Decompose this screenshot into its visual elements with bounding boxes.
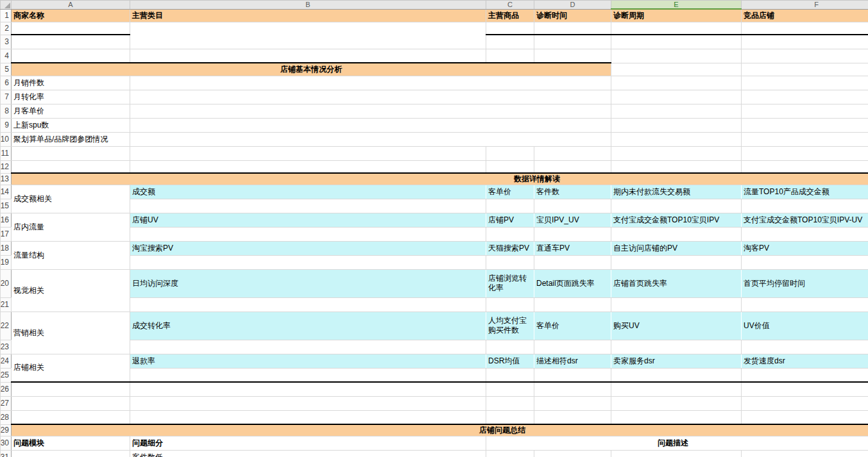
section-title-summary[interactable]: 店铺问题总结: [12, 424, 868, 436]
cell-b18[interactable]: 淘宝搜索PV: [130, 241, 486, 255]
cell-e24[interactable]: 卖家服务dsr: [611, 354, 742, 368]
cell-e1-diagnosis-period[interactable]: 诊断周期: [611, 9, 742, 22]
row-header-9[interactable]: 9: [1, 118, 12, 132]
cell-e9[interactable]: [611, 118, 742, 132]
cell-c4[interactable]: [486, 49, 534, 63]
cell-b21[interactable]: [130, 297, 486, 312]
col-header-b[interactable]: B: [130, 1, 486, 10]
cell-f15[interactable]: [742, 199, 868, 213]
cell-b9-input[interactable]: [130, 118, 611, 132]
cell-c2[interactable]: [486, 22, 534, 35]
cell-a12[interactable]: [12, 160, 130, 173]
cell-a11[interactable]: [12, 146, 130, 160]
cell-b27[interactable]: [130, 396, 486, 410]
cell-d25[interactable]: [534, 368, 611, 382]
cell-a8-monthly-avg-order[interactable]: 月客单价: [12, 104, 130, 118]
cell-d2[interactable]: [534, 22, 611, 35]
row-header-7[interactable]: 7: [1, 90, 12, 104]
cell-a20-group-visual[interactable]: 视觉相关: [12, 269, 130, 312]
cell-e18[interactable]: 自主访问店铺的PV: [611, 241, 742, 255]
cell-f28[interactable]: [742, 410, 868, 424]
cell-a2[interactable]: [12, 22, 130, 35]
row-header-29[interactable]: 29: [1, 424, 12, 436]
cell-e5[interactable]: [611, 63, 742, 76]
row-header-12[interactable]: 12: [1, 160, 12, 173]
cell-b4[interactable]: [130, 49, 486, 63]
cell-f14[interactable]: 流量TOP10产品成交金额: [742, 185, 868, 199]
cell-d18[interactable]: 直通车PV: [534, 241, 611, 255]
cell-b23[interactable]: [130, 340, 486, 354]
cell-c18[interactable]: 天猫搜索PV: [486, 241, 534, 255]
row-header-11[interactable]: 11: [1, 146, 12, 160]
cell-a28[interactable]: [12, 410, 130, 424]
cell-d27[interactable]: [534, 396, 611, 410]
row-header-13[interactable]: 13: [1, 173, 12, 185]
cell-c27[interactable]: [486, 396, 534, 410]
cell-c1-main-product[interactable]: 主营商品: [486, 9, 534, 22]
row-header-30[interactable]: 30: [1, 436, 12, 450]
cell-f7[interactable]: [742, 90, 868, 104]
cell-e23[interactable]: [611, 340, 742, 354]
cell-a7-monthly-conversion[interactable]: 月转化率: [12, 90, 130, 104]
cell-f18[interactable]: 淘客PV: [742, 241, 868, 255]
cell-e15[interactable]: [611, 199, 742, 213]
cell-b28[interactable]: [130, 410, 486, 424]
cell-f17[interactable]: [742, 227, 868, 241]
cell-a18-group-traffic-structure[interactable]: 流量结构: [12, 241, 130, 269]
cell-a24-group-shop[interactable]: 店铺相关: [12, 354, 130, 382]
row-header-19[interactable]: 19: [1, 255, 12, 269]
cell-f21[interactable]: [742, 297, 868, 312]
cell-f31[interactable]: [742, 450, 868, 457]
cell-c24[interactable]: DSR均值: [486, 354, 534, 368]
cell-e22[interactable]: 购买UV: [611, 312, 742, 340]
row-header-6[interactable]: 6: [1, 76, 12, 90]
cell-f10[interactable]: [742, 132, 868, 146]
cell-a22-group-marketing[interactable]: 营销相关: [12, 312, 130, 354]
cell-b30-problem-detail[interactable]: 问题细分: [130, 436, 486, 450]
row-header-2[interactable]: 2: [1, 22, 12, 35]
cell-d19[interactable]: [534, 255, 611, 269]
row-header-28[interactable]: 28: [1, 410, 12, 424]
row-header-27[interactable]: 27: [1, 396, 12, 410]
cell-a31[interactable]: [12, 450, 130, 457]
cell-f2[interactable]: [742, 22, 868, 35]
cell-d20[interactable]: Detail页面跳失率: [534, 269, 611, 297]
cell-b15[interactable]: [130, 199, 486, 213]
cell-a3[interactable]: [12, 35, 130, 49]
cell-c3[interactable]: [486, 35, 534, 49]
col-header-a[interactable]: A: [12, 1, 130, 10]
cell-e2[interactable]: [611, 22, 742, 35]
row-header-20[interactable]: 20: [1, 269, 12, 297]
cell-d17[interactable]: [534, 227, 611, 241]
cell-e8[interactable]: [611, 104, 742, 118]
row-header-31[interactable]: 31: [1, 450, 12, 457]
cell-e21[interactable]: [611, 297, 742, 312]
cell-a10-juhuasuan-status[interactable]: 聚划算单品/品牌团参团情况: [12, 132, 130, 146]
cell-c26[interactable]: [486, 382, 534, 396]
cell-c16[interactable]: 店铺PV: [486, 213, 534, 227]
cell-d23[interactable]: [534, 340, 611, 354]
select-all-corner[interactable]: [1, 1, 12, 10]
cell-d4[interactable]: [534, 49, 611, 63]
col-header-c[interactable]: C: [486, 1, 534, 10]
cell-b14[interactable]: 成交额: [130, 185, 486, 199]
cell-e12[interactable]: [611, 160, 742, 173]
cell-c21[interactable]: [486, 297, 534, 312]
cell-a16-group-traffic[interactable]: 店内流量: [12, 213, 130, 241]
cell-d31[interactable]: [534, 450, 611, 457]
cell-a1-merchant-name[interactable]: 商家名称: [12, 9, 130, 22]
cell-d24[interactable]: 描述相符dsr: [534, 354, 611, 368]
cell-e3[interactable]: [611, 35, 742, 49]
cell-c23[interactable]: [486, 340, 534, 354]
cell-e10[interactable]: [611, 132, 742, 146]
cell-f8[interactable]: [742, 104, 868, 118]
cell-e6[interactable]: [611, 76, 742, 90]
cell-a6-monthly-sales-count[interactable]: 月销件数: [12, 76, 130, 90]
row-header-17[interactable]: 17: [1, 227, 12, 241]
row-header-26[interactable]: 26: [1, 382, 12, 396]
cell-b25[interactable]: [130, 368, 486, 382]
cell-b22[interactable]: 成交转化率: [130, 312, 486, 340]
cell-c14[interactable]: 客单价: [486, 185, 534, 199]
cell-a26[interactable]: [12, 382, 130, 396]
cell-e7[interactable]: [611, 90, 742, 104]
